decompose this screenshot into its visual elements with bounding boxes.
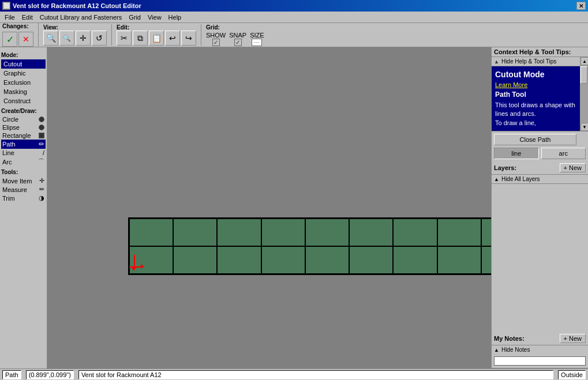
mode-masking[interactable]: Masking [1, 87, 46, 96]
close-button[interactable]: ✕ [576, 2, 586, 10]
learn-more-link[interactable]: Learn More [495, 81, 576, 88]
zoom-out-button[interactable]: 🔍 [59, 31, 74, 46]
rectangle-icon [39, 133, 44, 138]
app-icon: ⬜ [2, 2, 10, 10]
window-title: Vent slot for Rackmount A12 Cutout Edito… [13, 2, 141, 9]
notes-section: My Notes: + New ▲ Hide Notes [492, 332, 588, 368]
layers-header: Layers: + New [492, 161, 588, 175]
draw-circle[interactable]: Circle [1, 115, 46, 123]
scroll-down-arrow[interactable]: ▼ [580, 123, 588, 131]
vent-grid [128, 217, 491, 275]
title-bar-left: ⬜ Vent slot for Rackmount A12 Cutout Edi… [2, 2, 141, 10]
vent-cell [437, 246, 481, 274]
grid-snap-col: SNAP ✓ [229, 32, 246, 46]
scroll-track[interactable] [580, 65, 588, 123]
ok-button[interactable]: ✓ [2, 32, 17, 47]
hide-help-row[interactable]: ▲ Hide Help & Tool Tips [492, 57, 580, 66]
help-subtitle: Path Tool [495, 91, 576, 99]
zoom-in-button[interactable]: 🔍 [43, 31, 58, 46]
help-text2: To draw a line, [495, 119, 576, 127]
draw-path[interactable]: Path ✏ [1, 140, 46, 149]
draw-line[interactable]: Line / [1, 149, 46, 157]
notes-input-field[interactable] [494, 356, 586, 366]
help-scrollbar[interactable]: ▲ ▼ [580, 57, 588, 131]
hide-notes-row[interactable]: ▲ Hide Notes [492, 345, 588, 354]
draw-elipse[interactable]: Elipse [1, 123, 46, 131]
vent-cell [393, 246, 437, 274]
tool-trim[interactable]: Trim ◑ [1, 194, 46, 202]
vent-cell [261, 219, 305, 246]
status-bar: Path (0.899",0.099") Vent slot for Rackm… [0, 368, 588, 380]
grid-group: Grid: SHOW ✓ SNAP ✓ SIZE ⋯ [206, 24, 269, 46]
hide-all-layers-label[interactable]: Hide All Layers [501, 176, 540, 182]
grid-size-control[interactable]: ⋯ [252, 39, 262, 46]
hide-help-triangle: ▲ [494, 59, 499, 65]
vent-cell [481, 219, 491, 246]
tools-label: Tools: [1, 169, 46, 175]
hide-help-label[interactable]: Hide Help & Tool Tips [501, 58, 556, 65]
cut-button[interactable]: ✂ [117, 31, 132, 46]
scroll-up-arrow[interactable]: ▲ [580, 57, 588, 65]
draw-rectangle[interactable]: Rectangle [1, 131, 46, 140]
create-draw-label: Create/Draw: [1, 108, 46, 114]
refresh-button[interactable]: ↺ [92, 31, 107, 46]
edit-group: Edit: ✂ ⧉ 📋 ↩ ↪ [117, 24, 201, 46]
scroll-thumb[interactable] [580, 66, 587, 84]
notes-new-button[interactable]: + New [560, 334, 586, 343]
changes-group: Changes: ✓ ✕ [2, 23, 39, 47]
layers-new-button[interactable]: + New [560, 163, 586, 172]
tool-measure[interactable]: Measure ✏ [1, 185, 46, 194]
vent-cell [173, 219, 217, 246]
draw-arc[interactable]: Arc ⌒ [1, 157, 46, 167]
line-arc-buttons: line arc [492, 148, 588, 161]
paste-button[interactable]: 📋 [149, 31, 164, 46]
vent-cell [437, 219, 481, 246]
grid-size-label: SIZE [250, 32, 264, 39]
menu-edit[interactable]: Edit [18, 13, 36, 22]
menu-grid[interactable]: Grid [125, 13, 144, 22]
changes-label: Changes: [2, 23, 29, 29]
notes-input-area [492, 354, 588, 368]
menu-view[interactable]: View [144, 13, 165, 22]
grid-snap-label: SNAP [229, 32, 246, 39]
status-title: Vent slot for Rackmount A12 [78, 370, 553, 379]
grid-options: SHOW ✓ SNAP ✓ SIZE ⋯ [206, 32, 264, 46]
hide-all-layers-row[interactable]: ▲ Hide All Layers [492, 175, 588, 183]
mode-exclusion[interactable]: Exclusion [1, 78, 46, 87]
vent-cell [217, 246, 261, 274]
status-path: Path [2, 370, 21, 379]
menu-cutout-library[interactable]: Cutout Library and Fasteners [36, 13, 125, 22]
menu-bar: File Edit Cutout Library and Fasteners G… [0, 12, 588, 23]
undo-button[interactable]: ↩ [165, 31, 180, 46]
status-coords: (0.899",0.099") [26, 370, 74, 379]
vent-cell [349, 246, 393, 274]
hide-notes-label[interactable]: Hide Notes [501, 347, 530, 353]
grid-snap-checkbox[interactable]: ✓ [234, 39, 242, 46]
left-panel: Mode: Cutout Graphic Exclusion Masking C… [0, 47, 47, 368]
tool-move-item[interactable]: Move Item ✛ [1, 176, 46, 185]
menu-help[interactable]: Help [165, 13, 185, 22]
cancel-button[interactable]: ✕ [18, 32, 33, 47]
grid-show-col: SHOW ✓ [206, 32, 226, 46]
arc-button[interactable]: arc [541, 148, 586, 159]
notes-header: My Notes: + New [492, 332, 588, 345]
right-panel: Context Help & Tool Tips: ▲ Hide Help & … [491, 47, 588, 368]
context-help-title: Context Help & Tool Tips: [494, 48, 571, 55]
canvas-area[interactable] [47, 47, 491, 368]
menu-file[interactable]: File [1, 13, 18, 22]
grid-show-checkbox[interactable]: ✓ [212, 39, 220, 46]
view-label: View: [43, 24, 58, 31]
line-button[interactable]: line [494, 148, 539, 159]
pan-button[interactable]: ✛ [76, 31, 91, 46]
notes-label: My Notes: [494, 335, 525, 342]
mode-cutout[interactable]: Cutout [1, 59, 46, 69]
mode-construct[interactable]: Construct [1, 96, 46, 106]
vent-cell [305, 246, 349, 274]
edit-label: Edit: [117, 24, 129, 31]
move-icon: ✛ [39, 177, 44, 185]
mode-graphic[interactable]: Graphic [1, 69, 46, 78]
line-icon: / [43, 149, 44, 156]
copy-button[interactable]: ⧉ [133, 31, 148, 46]
close-path-button[interactable]: Close Path [494, 134, 576, 145]
redo-button[interactable]: ↪ [181, 31, 196, 46]
